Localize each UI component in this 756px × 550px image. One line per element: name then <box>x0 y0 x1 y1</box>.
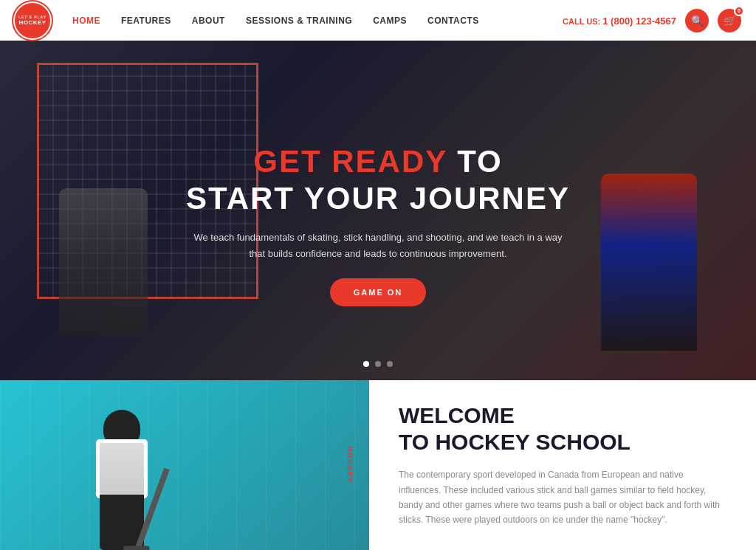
search-icon: 🔍 <box>691 15 704 27</box>
hero-subtitle: We teach fundamentals of skating, stick … <box>0 230 756 262</box>
call-us-label: CALL US: <box>563 17 600 26</box>
search-button[interactable]: 🔍 <box>685 9 709 32</box>
player-body <box>89 410 155 550</box>
nav-sessions[interactable]: SESSIONS & TRAINING <box>246 16 352 26</box>
cart-button[interactable]: 🛒 0 <box>718 9 741 32</box>
hero-dot-3[interactable] <box>387 361 393 367</box>
nav-about[interactable]: ABOUT <box>192 16 225 26</box>
call-us: CALL US: 1 (800) 123-4567 <box>563 14 676 27</box>
logo-badge: LET'S PLAY HOCKEY <box>15 3 50 38</box>
hero-content: GET READY TO START YOUR JOURNEY We teach… <box>0 41 756 306</box>
hero-subtitle-line1: We teach fundamentals of skating, stick … <box>0 230 756 246</box>
hero-cta-button[interactable]: GAME ON <box>330 278 427 306</box>
hero-subtitle-line2: that builds confidence and leads to cont… <box>0 246 756 262</box>
nav-home[interactable]: HOME <box>72 16 100 26</box>
welcome-title-line1: WELCOME <box>399 403 515 427</box>
player-torso <box>96 439 148 498</box>
hero-section: GET READY TO START YOUR JOURNEY We teach… <box>0 41 756 380</box>
lower-left-panel: HOCKEY <box>0 380 369 550</box>
hero-normal: TO <box>447 144 503 179</box>
header: LET'S PLAY HOCKEY HOME FEATURES ABOUT SE… <box>0 0 756 41</box>
welcome-body: The contemporary sport developed in Cana… <box>399 467 726 528</box>
lower-section: HOCKEY WELCOME TO HOCKEY SCHOOL The cont… <box>0 380 756 550</box>
hockey-player <box>59 395 207 550</box>
welcome-content: WELCOME TO HOCKEY SCHOOL The contemporar… <box>369 380 756 550</box>
hero-title-line1: GET READY TO <box>0 144 756 179</box>
cart-badge: 0 <box>734 6 744 16</box>
hero-dot-1[interactable] <box>363 361 369 367</box>
welcome-title: WELCOME TO HOCKEY SCHOOL <box>399 402 726 456</box>
cart-icon: 🛒 <box>724 15 736 27</box>
main-nav: HOME FEATURES ABOUT SESSIONS & TRAINING … <box>72 16 563 26</box>
nav-features[interactable]: FEATURES <box>121 16 171 26</box>
hero-title-line2: START YOUR JOURNEY <box>0 181 756 216</box>
hero-highlight: GET READY <box>253 144 447 179</box>
nav-camps[interactable]: CAMPS <box>373 16 407 26</box>
phone-number: 1 (800) 123-4567 <box>602 16 676 27</box>
nav-contacts[interactable]: CONTACTS <box>427 16 479 26</box>
welcome-title-line2: TO HOCKEY SCHOOL <box>399 430 630 454</box>
logo-hockey: HOCKEY <box>18 19 46 27</box>
hero-dot-2[interactable] <box>375 361 381 367</box>
logo[interactable]: LET'S PLAY HOCKEY <box>15 3 50 38</box>
vertical-label: HOCKEY <box>347 447 354 484</box>
header-right: CALL US: 1 (800) 123-4567 🔍 🛒 0 <box>563 9 741 32</box>
hero-dots <box>363 361 393 367</box>
